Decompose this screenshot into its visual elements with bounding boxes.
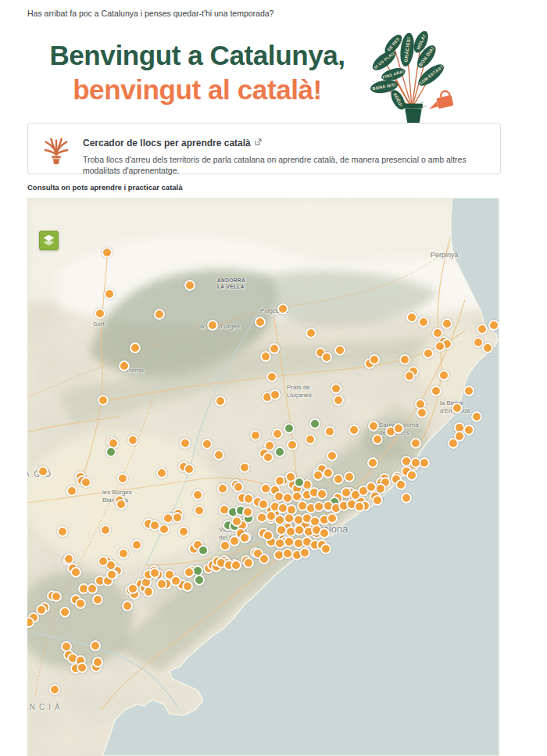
map-marker-orange[interactable]	[482, 342, 493, 353]
map-marker-orange[interactable]	[207, 320, 218, 331]
layers-control-button[interactable]	[39, 231, 59, 250]
map-marker-orange[interactable]	[260, 351, 271, 362]
map-marker-orange[interactable]	[118, 548, 129, 559]
map-marker-orange[interactable]	[417, 407, 427, 418]
map-marker-orange[interactable]	[369, 354, 380, 365]
map-marker-orange[interactable]	[92, 657, 103, 668]
map-marker-orange[interactable]	[463, 425, 474, 435]
map-marker-orange[interactable]	[90, 640, 101, 651]
map-marker-orange[interactable]	[66, 485, 77, 496]
map-marker-orange[interactable]	[270, 389, 281, 400]
map-marker-green[interactable]	[194, 575, 205, 586]
map-marker-orange[interactable]	[305, 434, 316, 445]
map-marker-orange[interactable]	[344, 471, 355, 482]
map-marker-orange[interactable]	[266, 371, 277, 382]
map-marker-orange[interactable]	[233, 482, 244, 493]
map-marker-orange[interactable]	[410, 457, 421, 468]
map-marker-orange[interactable]	[323, 468, 334, 478]
map-marker-orange[interactable]	[259, 554, 270, 564]
map-marker-orange[interactable]	[239, 532, 250, 543]
map-marker-orange[interactable]	[102, 247, 113, 258]
map-marker-orange[interactable]	[119, 360, 130, 371]
map-marker-orange[interactable]	[448, 438, 459, 449]
map-marker-orange[interactable]	[104, 288, 115, 299]
map-marker-orange[interactable]	[170, 575, 181, 586]
map-marker-orange[interactable]	[334, 345, 345, 356]
map-marker-orange[interactable]	[321, 352, 332, 363]
search-tool-card[interactable]: Cercador de llocs per aprendre català Tr…	[27, 123, 501, 174]
map-marker-orange[interactable]	[239, 462, 250, 473]
map-marker-orange[interactable]	[393, 423, 404, 434]
map-marker-orange[interactable]	[354, 501, 365, 512]
map-marker-orange[interactable]	[202, 439, 213, 450]
map-marker-orange[interactable]	[324, 426, 335, 437]
map-marker-orange[interactable]	[149, 568, 160, 579]
map-marker-orange[interactable]	[299, 547, 310, 558]
map-marker-orange[interactable]	[51, 591, 62, 602]
map-marker-orange[interactable]	[92, 594, 103, 605]
map-marker-orange[interactable]	[452, 403, 463, 414]
map-marker-orange[interactable]	[192, 489, 203, 500]
map-marker-orange[interactable]	[231, 560, 241, 571]
map-marker-green[interactable]	[309, 418, 320, 429]
map-marker-orange[interactable]	[287, 439, 298, 450]
map-marker-orange[interactable]	[442, 318, 452, 329]
map-marker-orange[interactable]	[372, 495, 383, 506]
map-marker-orange[interactable]	[159, 524, 170, 535]
map-marker-orange[interactable]	[77, 662, 88, 673]
map-marker-orange[interactable]	[116, 499, 127, 510]
map-marker-orange[interactable]	[243, 557, 254, 568]
map-marker-green[interactable]	[274, 446, 285, 457]
map-marker-orange[interactable]	[49, 684, 60, 695]
map-marker-orange[interactable]	[399, 354, 410, 365]
map-marker-orange[interactable]	[463, 385, 474, 396]
map-marker-orange[interactable]	[255, 317, 266, 328]
map-marker-orange[interactable]	[98, 556, 109, 567]
map-marker-orange[interactable]	[434, 341, 445, 352]
map-marker-orange[interactable]	[404, 371, 415, 382]
map-marker-orange[interactable]	[319, 528, 330, 539]
map-marker-orange[interactable]	[127, 583, 138, 594]
map-marker-orange[interactable]	[70, 567, 81, 578]
map-marker-orange[interactable]	[272, 428, 283, 439]
map-marker-orange[interactable]	[127, 435, 138, 446]
map-marker-orange[interactable]	[331, 383, 341, 394]
map-marker-orange[interactable]	[250, 430, 261, 441]
map-marker-orange[interactable]	[367, 457, 378, 468]
map-marker-orange[interactable]	[316, 489, 327, 500]
map-marker-orange[interactable]	[57, 526, 68, 537]
map-marker-orange[interactable]	[184, 464, 195, 475]
map-marker-orange[interactable]	[184, 280, 195, 291]
map-marker-orange[interactable]	[184, 567, 195, 578]
map-marker-orange[interactable]	[156, 468, 167, 478]
map-marker-orange[interactable]	[75, 598, 86, 609]
card-title-link[interactable]: Cercador de llocs per aprendre català	[83, 138, 251, 149]
map-marker-orange[interactable]	[229, 536, 240, 546]
map-marker-orange[interactable]	[410, 438, 421, 449]
map-marker-orange[interactable]	[182, 581, 193, 592]
map-marker-orange[interactable]	[320, 543, 331, 554]
map-marker-orange[interactable]	[231, 516, 242, 527]
map-marker-green[interactable]	[198, 545, 209, 556]
map-marker-orange[interactable]	[333, 474, 344, 485]
map-marker-orange[interactable]	[349, 425, 359, 435]
map-marker-orange[interactable]	[333, 395, 344, 406]
map-marker-orange[interactable]	[217, 483, 228, 494]
map-marker-orange[interactable]	[87, 583, 98, 594]
map-marker-orange[interactable]	[95, 308, 105, 319]
map-marker-green[interactable]	[284, 423, 295, 434]
map-marker-orange[interactable]	[418, 317, 429, 328]
map-marker-orange[interactable]	[143, 586, 154, 597]
map-marker-orange[interactable]	[172, 512, 183, 523]
map-marker-orange[interactable]	[401, 493, 412, 503]
map-marker-orange[interactable]	[327, 513, 338, 524]
map-marker-orange[interactable]	[154, 309, 165, 320]
map-marker-orange[interactable]	[180, 438, 191, 449]
map-marker-orange[interactable]	[242, 507, 253, 518]
map-marker-orange[interactable]	[263, 452, 274, 463]
map-marker-green[interactable]	[294, 477, 305, 488]
map-marker-orange[interactable]	[263, 530, 274, 541]
map-marker-orange[interactable]	[431, 385, 442, 396]
map-marker-orange[interactable]	[131, 539, 142, 550]
map-marker-orange[interactable]	[368, 421, 379, 432]
